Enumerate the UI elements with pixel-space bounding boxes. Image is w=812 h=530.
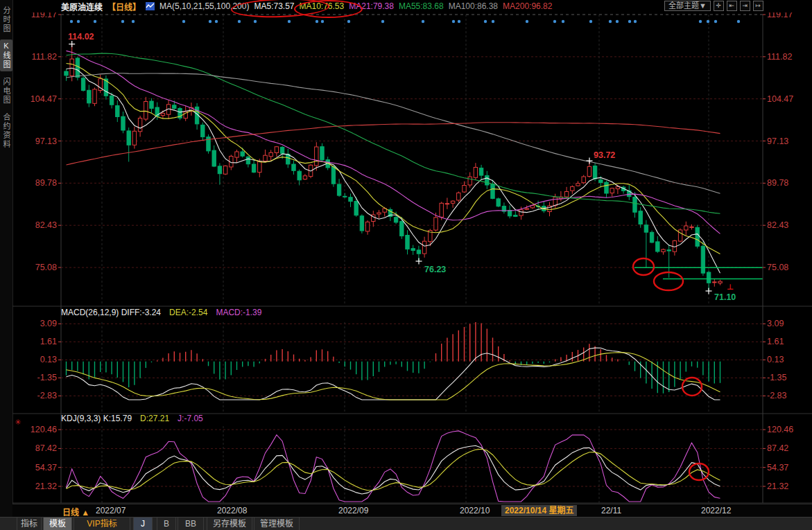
chart-canvas[interactable]: 119.17119.17111.82111.82104.47104.4797.1… (12, 12, 812, 504)
sidebar-item-kline-chart[interactable]: K线图 (0, 39, 12, 71)
sidebar-item-contract-info[interactable]: 合约资料 (0, 111, 12, 151)
date-tick: 2022/07 (96, 506, 126, 515)
tab-vip-indicators[interactable]: VIP指标 (74, 518, 130, 530)
tab-save-template[interactable]: 另存模板 (207, 518, 252, 530)
date-tick: 22/11 (601, 506, 621, 515)
left-sidebar: 分时图 K线图 闪电图 合约资料 (0, 0, 13, 517)
ma55-value: MA55:83.68 (399, 1, 444, 11)
ma10-value: MA10:76.53 (300, 1, 345, 11)
tab-b[interactable]: B (157, 518, 176, 530)
svg-text:-1.35: -1.35 (767, 373, 787, 382)
sidebar-item-time-chart[interactable]: 分时图 (0, 4, 12, 35)
ma5-value: MA5:73.57 (254, 1, 294, 11)
svg-text:76.23: 76.23 (424, 265, 446, 274)
svg-text:97.13: 97.13 (767, 136, 788, 146)
sidebar-item-flash-chart[interactable]: 闪电图 (0, 76, 12, 107)
compress-right-icon[interactable]: ⇥ (740, 1, 750, 11)
time-axis-bar: 日线 ▲ 2022/07 2022/08 2022/09 2022/10 202… (12, 504, 812, 518)
shift-right-icon[interactable]: ↦ (753, 1, 763, 11)
tab-bb[interactable]: BB (178, 518, 204, 530)
svg-text:-2.83: -2.83 (37, 391, 58, 400)
theme-dropdown-button[interactable]: 全部主题▼ (664, 1, 711, 11)
ma21-value: MA21:79.38 (349, 1, 394, 11)
macd-layer (67, 322, 720, 400)
chevron-up-icon: ▲ (81, 508, 89, 518)
svg-text:104.47: 104.47 (767, 94, 793, 104)
svg-text:0.13: 0.13 (40, 355, 57, 364)
svg-text:71.10: 71.10 (714, 292, 736, 302)
tab-templates[interactable]: 模板 (43, 518, 72, 530)
kdj-panel-icon: ✳ (15, 418, 21, 426)
date-tick: 2022/12 (701, 506, 731, 515)
svg-text:3.09: 3.09 (40, 319, 57, 328)
svg-text:114.02: 114.02 (68, 32, 94, 42)
period-badge: 【日线】 (107, 1, 141, 12)
macd-header: MACD(26,12,9) DIFF:-3.24DEA:-2.54MACD:-1… (61, 308, 262, 317)
svg-text:120.46: 120.46 (767, 425, 793, 434)
date-tick: 2022/09 (338, 506, 368, 515)
ma-formula: MA(5,10,21,55,100,200) (159, 1, 249, 11)
svg-text:89.78: 89.78 (35, 178, 57, 188)
svg-text:111.82: 111.82 (32, 52, 57, 62)
svg-text:1.61: 1.61 (767, 337, 784, 346)
highlighted-date-badge: 2022/10/14 星期五 (501, 505, 577, 516)
period-selector[interactable]: 日线 ▲ (62, 506, 89, 518)
svg-text:89.78: 89.78 (767, 178, 788, 188)
svg-text:82.43: 82.43 (35, 220, 57, 230)
ma-lines-layer (67, 51, 720, 273)
event-dots-layer (70, 20, 740, 23)
bottom-toolbar: 指标 模板 VIP指标 J B BB 另存模板 管理模板 (0, 517, 812, 530)
pan-tool-icon[interactable]: ✛ (714, 1, 724, 11)
svg-text:97.13: 97.13 (35, 136, 57, 146)
svg-text:75.08: 75.08 (35, 263, 57, 272)
svg-text:119.17: 119.17 (31, 12, 57, 19)
svg-text:21.32: 21.32 (767, 482, 788, 491)
grid-layer (61, 15, 763, 503)
svg-text:87.42: 87.42 (35, 443, 57, 453)
trading-app: 分时图 K线图 闪电图 合约资料 美原油连续 【日线】 MA(5,10,21,5… (0, 0, 812, 530)
svg-text:111.82: 111.82 (767, 52, 792, 62)
indicator-icon (146, 2, 155, 10)
svg-text:1.61: 1.61 (40, 337, 57, 346)
svg-text:21.32: 21.32 (35, 482, 57, 491)
svg-text:-1.35: -1.35 (37, 373, 58, 382)
date-tick: 2022/10 (460, 506, 490, 515)
svg-text:75.08: 75.08 (767, 263, 788, 272)
date-tick: 2022/08 (217, 506, 247, 515)
kdj-header: KDJ(9,3,3) K:15.79D:27.21J:-7.05 (61, 414, 203, 423)
svg-text:82.43: 82.43 (767, 220, 788, 230)
ma200-value: MA200:96.82 (503, 1, 552, 11)
ma100-value: MA100:86.38 (449, 1, 498, 11)
period-selector-label: 日线 (62, 508, 79, 518)
tab-indicators[interactable]: 指标 (17, 518, 42, 530)
svg-text:104.47: 104.47 (31, 94, 57, 104)
svg-text:0.13: 0.13 (767, 355, 784, 364)
chart-header: 美原油连续 【日线】 MA(5,10,21,55,100,200) MA5:73… (61, 0, 552, 12)
kdj-layer (67, 431, 720, 502)
compress-left-icon[interactable]: ⇤ (727, 1, 737, 11)
candles-layer (64, 44, 722, 290)
tab-manage-template[interactable]: 管理模板 (254, 518, 300, 530)
tab-j[interactable]: J (133, 518, 153, 530)
svg-text:3.09: 3.09 (767, 319, 784, 328)
svg-text:119.17: 119.17 (767, 12, 793, 19)
svg-text:120.46: 120.46 (31, 425, 57, 434)
svg-text:54.37: 54.37 (35, 463, 57, 472)
svg-text:-2.83: -2.83 (767, 391, 787, 400)
header-controls: 全部主题▼ ✛ ⇤ ⇥ ↦ (664, 1, 763, 11)
svg-text:⊥: ⊥ (727, 283, 734, 291)
svg-text:93.72: 93.72 (594, 150, 615, 160)
symbol-title: 美原油连续 (61, 1, 103, 12)
svg-text:87.42: 87.42 (767, 443, 788, 453)
svg-text:54.37: 54.37 (767, 463, 788, 472)
